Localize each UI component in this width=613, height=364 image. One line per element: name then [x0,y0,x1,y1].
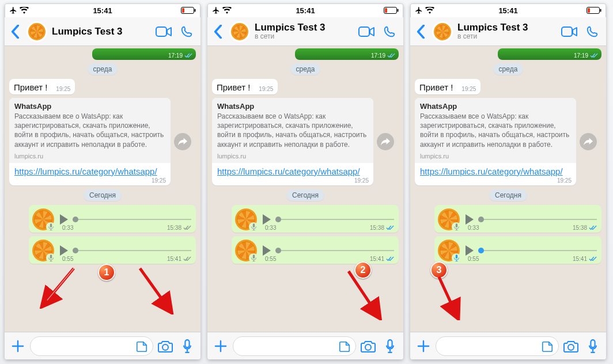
incoming-link-message[interactable]: WhatsApp Рассказываем все о WatsApp: как… [415,98,576,185]
message-input[interactable] [436,336,559,356]
contact-status: в сети [255,33,354,41]
forward-button[interactable] [377,133,394,150]
read-ticks-icon [590,53,598,58]
back-button[interactable] [209,19,227,44]
link-preview-description: Рассказываем все о WatsApp: как зарегист… [14,112,165,149]
outgoing-image-message[interactable]: 17:19 [92,48,196,60]
svg-rect-11 [359,27,369,36]
mic-sent-icon [249,253,258,263]
incoming-text-message[interactable]: Привет ! 19:25 [9,79,75,94]
svg-point-12 [365,344,371,350]
step-badge-1: 1 [98,264,115,281]
voice-duration: 0:55 [265,256,276,262]
read-ticks-icon [589,256,597,261]
video-call-button[interactable] [356,19,377,44]
voice-progress-track[interactable] [275,214,394,225]
attach-button[interactable] [8,335,28,358]
voice-record-button[interactable] [177,335,197,358]
video-call-button[interactable] [153,19,174,44]
status-time: 15:41 [207,6,403,15]
mic-sent-icon [46,222,55,232]
chat-body[interactable]: 17:19 среда Привет ! 19:25 WhatsApp Расс… [5,46,200,332]
forward-button[interactable] [580,133,597,150]
voice-time: 15:38 [167,225,181,231]
voice-progress-track[interactable] [275,245,394,256]
message-input[interactable] [233,336,356,356]
voice-record-button[interactable] [380,335,400,358]
contact-status: в сети [457,33,557,41]
sticker-button[interactable] [541,340,554,355]
sticker-button[interactable] [338,340,351,355]
back-button[interactable] [6,19,24,44]
voice-progress-track[interactable] [478,245,597,256]
ios-status-bar: 15:41 [5,3,200,17]
forward-button[interactable] [174,133,191,150]
voice-time: 15:38 [573,225,587,231]
status-time: 15:41 [5,6,200,15]
delivered-ticks-icon [183,256,191,261]
voice-time: 15:41 [370,256,384,262]
play-icon[interactable] [466,245,474,256]
contact-avatar[interactable] [432,21,453,42]
link-preview: WhatsApp Рассказываем все о WatsApp: как… [212,98,373,163]
voice-call-button[interactable] [176,19,197,44]
outgoing-voice-message-1[interactable]: 0:33 15:38 [232,205,399,233]
contact-title-block[interactable]: Lumpics Test 3 [52,26,151,37]
play-icon[interactable] [263,214,271,225]
outgoing-voice-message-2[interactable]: 0:55 15:41 [232,236,399,264]
svg-rect-3 [156,27,167,36]
play-icon[interactable] [263,245,271,256]
outgoing-voice-message-1[interactable]: 0:33 15:38 [29,205,196,233]
svg-point-4 [162,344,168,350]
voice-sender-avatar [235,208,257,230]
read-ticks-icon [387,53,395,58]
camera-button[interactable] [156,335,175,358]
outgoing-image-message[interactable]: 17:19 [295,48,399,60]
incoming-text-message[interactable]: Привет ! 19:25 [415,79,480,94]
camera-button[interactable] [561,335,581,358]
back-button[interactable] [411,19,430,44]
attach-button[interactable] [211,335,230,358]
play-icon[interactable] [60,245,68,256]
contact-title-block[interactable]: Lumpics Test 3 в сети [255,22,354,41]
chat-body[interactable]: 17:19 среда Привет ! 19:25 WhatsApp Расс… [207,46,403,332]
voice-progress-track[interactable] [478,214,597,225]
mic-played-icon [452,253,461,263]
incoming-link-message[interactable]: WhatsApp Рассказываем все о WatsApp: как… [212,98,373,185]
incoming-link-message[interactable]: WhatsApp Рассказываем все о WatsApp: как… [9,98,171,185]
message-input[interactable] [30,336,153,356]
outgoing-voice-message-2[interactable]: 0:55 15:41 [29,236,196,264]
delivered-ticks-icon [183,225,191,230]
contact-avatar[interactable] [27,21,47,42]
voice-call-button[interactable] [582,19,603,44]
svg-rect-17 [562,27,572,36]
contact-avatar[interactable] [229,21,250,42]
chat-body[interactable]: 17:19 среда Привет ! 19:25 WhatsApp Расс… [410,46,606,332]
link-preview-title: WhatsApp [217,102,368,111]
link-url[interactable]: https://lumpics.ru/category/whatsapp/19:… [415,163,576,185]
play-icon[interactable] [466,214,474,225]
voice-call-button[interactable] [379,19,400,44]
read-ticks-icon [386,225,394,230]
voice-progress-track[interactable] [73,214,191,225]
outgoing-voice-message-2[interactable]: 0:55 15:41 [434,236,601,264]
link-url[interactable]: https://lumpics.ru/category/whatsapp/19:… [212,163,373,185]
svg-point-18 [568,344,574,350]
outgoing-voice-message-1[interactable]: 0:33 15:38 [434,205,601,233]
link-preview-domain: lumpics.ru [420,153,571,160]
date-separator: среда [290,63,321,75]
outgoing-image-message[interactable]: 17:19 [498,48,601,60]
voice-sender-avatar [438,240,460,261]
date-separator: среда [88,63,118,75]
video-call-button[interactable] [559,19,580,44]
incoming-text-message[interactable]: Привет ! 19:25 [212,79,278,94]
attach-button[interactable] [414,335,433,358]
sticker-button[interactable] [135,340,148,355]
voice-progress-track[interactable] [73,245,191,256]
link-url[interactable]: https://lumpics.ru/category/whatsapp/19:… [9,163,171,185]
voice-record-button[interactable] [583,335,603,358]
voice-duration: 0:55 [468,256,479,262]
camera-button[interactable] [358,335,378,358]
play-icon[interactable] [60,214,68,225]
contact-title-block[interactable]: Lumpics Test 3 в сети [457,22,557,41]
